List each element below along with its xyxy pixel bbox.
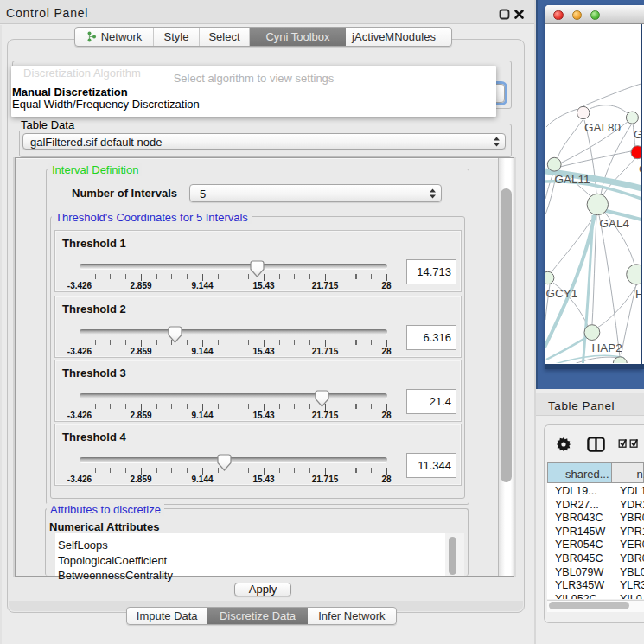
svg-text:GCY1: GCY1 — [546, 287, 578, 300]
svg-text:HA: HA — [635, 288, 642, 301]
svg-text:GA: GA — [634, 128, 642, 141]
svg-text:GAL80: GAL80 — [584, 121, 621, 134]
svg-text:GAL4: GAL4 — [600, 217, 630, 230]
svg-text:GAL11: GAL11 — [555, 173, 590, 186]
svg-text:C: C — [639, 163, 642, 175]
svg-text:HAP2: HAP2 — [592, 341, 622, 354]
